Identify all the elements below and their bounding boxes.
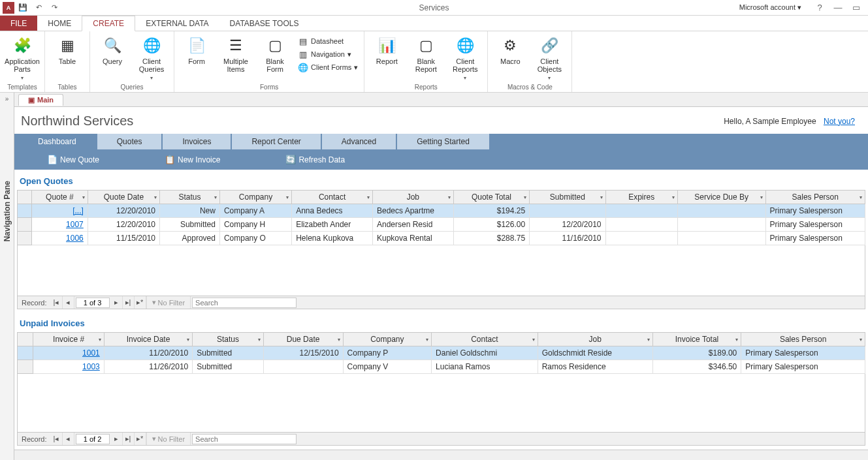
not-you-link[interactable]: Not you?	[824, 117, 855, 126]
next-record-button[interactable]: ▸	[111, 296, 123, 309]
row-selector[interactable]	[18, 360, 33, 374]
table-row[interactable]: 1006 11/15/2010 Approved Company O Helen…	[18, 232, 865, 245]
account-label[interactable]: Microsoft account ▾	[739, 3, 801, 12]
document-tab-main[interactable]: ▣ Main	[18, 94, 63, 106]
col-invoice-total[interactable]: Invoice Total▾	[652, 333, 741, 346]
table-row[interactable]: 1003 11/26/2010 Submitted Company V Luci…	[18, 360, 865, 374]
multiple-items-button[interactable]: ☰ Multiple Items	[217, 33, 254, 82]
invoice-id-cell[interactable]: 1003	[33, 360, 104, 374]
row-selector[interactable]	[18, 346, 33, 360]
help-icon[interactable]: ?	[812, 3, 828, 12]
client-queries-button[interactable]: 🌐 Client Queries	[133, 33, 170, 82]
first-record-button[interactable]: |◂	[51, 433, 63, 445]
col-job[interactable]: Job▾	[372, 191, 453, 204]
last-record-button[interactable]: ▸|	[123, 296, 135, 309]
client-forms-button[interactable]: 🌐Client Forms ▾	[296, 61, 360, 73]
col-service-due[interactable]: Service Due By▾	[677, 191, 765, 204]
tab-database-tools[interactable]: DATABASE TOOLS	[219, 16, 310, 31]
blank-form-button[interactable]: ▢ Blank Form	[257, 33, 293, 82]
quote-id-cell[interactable]: 1006	[32, 232, 88, 245]
cell: 12/15/2010	[263, 346, 343, 360]
col-inv-company[interactable]: Company▾	[343, 333, 431, 346]
next-record-button[interactable]: ▸	[111, 433, 123, 445]
nav-tab-getting-started[interactable]: Getting Started	[397, 134, 489, 149]
table-row[interactable]: 1001 11/20/2010 Submitted 12/15/2010 Com…	[18, 346, 865, 360]
new-invoice-link[interactable]: 📋New Invoice	[165, 155, 220, 164]
new-record-button[interactable]: ▸*	[135, 296, 146, 309]
col-inv-job[interactable]: Job▾	[538, 333, 652, 346]
row-selector-header[interactable]	[18, 333, 33, 346]
redo-icon[interactable]: ↷	[47, 1, 61, 15]
col-quote-total[interactable]: Quote Total▾	[453, 191, 529, 204]
col-inv-status[interactable]: Status▾	[193, 333, 263, 346]
col-sales-person[interactable]: Sales Person▾	[765, 191, 865, 204]
datasheet-button[interactable]: ▤Datasheet	[296, 35, 360, 47]
first-record-button[interactable]: |◂	[51, 296, 63, 309]
quote-id-cell[interactable]: 1007	[32, 218, 88, 232]
row-selector-header[interactable]	[18, 191, 32, 204]
table-row[interactable]: 1007 12/20/2010 Submitted Company H Eliz…	[18, 218, 865, 232]
nav-tab-dashboard[interactable]: Dashboard	[18, 134, 96, 149]
record-position[interactable]	[76, 298, 110, 308]
minimize-icon[interactable]: —	[830, 3, 846, 12]
col-due-date[interactable]: Due Date▾	[263, 333, 343, 346]
invoice-id-cell[interactable]: 1001	[33, 346, 104, 360]
application-parts-button[interactable]: 🧩 Application Parts	[4, 33, 40, 82]
table-row[interactable]: [...] 12/20/2010 New Company A Anna Bede…	[18, 204, 865, 218]
col-inv-sales[interactable]: Sales Person▾	[741, 333, 865, 346]
cell: Company V	[343, 360, 431, 374]
navigation-button[interactable]: ▥Navigation ▾	[296, 48, 360, 60]
report-button[interactable]: 📊 Report	[368, 33, 405, 82]
nav-tab-invoices[interactable]: Invoices	[163, 134, 231, 149]
client-reports-button[interactable]: 🌐 Client Reports	[447, 33, 483, 82]
prev-record-button[interactable]: ◂	[63, 296, 74, 309]
macro-button[interactable]: ⚙ Macro	[492, 33, 528, 82]
col-status[interactable]: Status▾	[160, 191, 220, 204]
quote-id-cell[interactable]: [...]	[32, 204, 88, 218]
nav-tab-quotes[interactable]: Quotes	[97, 134, 162, 149]
nav-tab-report-center[interactable]: Report Center	[232, 134, 320, 149]
blank-report-button[interactable]: ▢ Blank Report	[408, 33, 444, 82]
row-selector[interactable]	[18, 218, 32, 232]
no-filter-indicator[interactable]: ▾No Filter	[146, 433, 191, 445]
col-quote-num[interactable]: Quote #▾	[32, 191, 88, 204]
restore-icon[interactable]: ▭	[848, 3, 864, 12]
col-invoice-date[interactable]: Invoice Date▾	[104, 333, 192, 346]
table-button[interactable]: ▦ Table	[49, 33, 86, 82]
form-button[interactable]: 📄 Form	[178, 33, 215, 82]
col-contact[interactable]: Contact▾	[292, 191, 373, 204]
cell	[605, 218, 677, 232]
datasheet-search[interactable]	[192, 298, 297, 308]
tab-home[interactable]: HOME	[37, 16, 82, 31]
client-objects-button[interactable]: 🔗 Client Objects	[531, 33, 568, 82]
cell: $288.75	[453, 232, 529, 245]
new-quote-link[interactable]: 📄New Quote	[47, 155, 99, 164]
col-company[interactable]: Company▾	[219, 191, 291, 204]
refresh-data-link[interactable]: 🔄Refresh Data	[285, 155, 345, 164]
record-position[interactable]	[76, 434, 110, 444]
tab-external-data[interactable]: EXTERNAL DATA	[135, 16, 219, 31]
col-quote-date[interactable]: Quote Date▾	[88, 191, 159, 204]
prev-record-button[interactable]: ◂	[63, 433, 74, 445]
tab-file[interactable]: FILE	[0, 16, 37, 31]
row-selector[interactable]	[18, 232, 32, 245]
nav-tab-advanced[interactable]: Advanced	[322, 134, 396, 149]
cell: Anna Bedecs	[292, 204, 373, 218]
last-record-button[interactable]: ▸|	[123, 433, 135, 445]
navigation-pane-collapsed[interactable]: » Navigation Pane	[0, 93, 14, 460]
new-record-button[interactable]: ▸*	[135, 433, 146, 445]
col-inv-contact[interactable]: Contact▾	[432, 333, 538, 346]
document-tab-strip: ▣ Main	[14, 93, 868, 107]
horizontal-scrollbar[interactable]	[14, 450, 868, 460]
save-icon[interactable]: 💾	[16, 1, 30, 15]
row-selector[interactable]	[18, 204, 32, 218]
datasheet-search[interactable]	[192, 434, 297, 444]
no-filter-indicator[interactable]: ▾No Filter	[146, 296, 191, 309]
col-expires[interactable]: Expires▾	[605, 191, 677, 204]
expand-navpane-icon[interactable]: »	[5, 93, 9, 102]
col-invoice-num[interactable]: Invoice #▾	[33, 333, 104, 346]
query-button[interactable]: 🔍 Query	[94, 33, 131, 82]
tab-create[interactable]: CREATE	[82, 16, 135, 31]
undo-icon[interactable]: ↶	[31, 1, 46, 15]
col-submitted[interactable]: Submitted▾	[530, 191, 605, 204]
